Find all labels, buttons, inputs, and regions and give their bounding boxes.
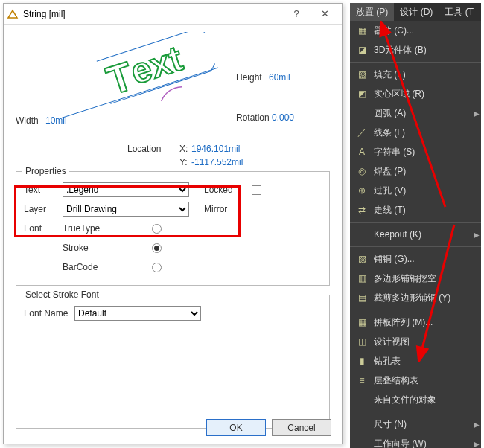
menu-item-label: 过孔 (V)	[374, 185, 481, 197]
rotation-label: Rotation	[236, 112, 270, 123]
font-truetype-label: TrueType	[63, 223, 152, 234]
chip-icon: ▦	[356, 25, 368, 36]
menu-item[interactable]: ◫设计视图	[350, 332, 481, 351]
menu-separator	[350, 246, 481, 247]
menu-item-label: 字符串 (S)	[374, 146, 481, 159]
layer-combo[interactable]: Drill Drawing	[63, 202, 189, 217]
stroke-font-group: Select Stroke Font Font Name Default	[16, 295, 330, 429]
region-icon: ◩	[356, 88, 368, 100]
menu-item[interactable]: ▦拼板阵列 (M)...	[350, 313, 481, 332]
svg-text:ext: ext	[126, 38, 187, 92]
menu-item[interactable]: ▦器件 (C)...	[350, 21, 481, 40]
menu-item-label: 工作向导 (W)	[374, 438, 468, 449]
width-label: Width	[16, 115, 39, 126]
menu-item-label: 来自文件的对象	[374, 394, 481, 406]
drill-icon: ▮	[356, 355, 368, 367]
submenu-arrow-icon: ▶	[474, 420, 481, 429]
titlebar[interactable]: String [mil] ? ✕	[4, 4, 342, 25]
blank-icon	[356, 418, 368, 430]
menu-item[interactable]: ◩实心区域 (R)	[350, 84, 481, 103]
menu-separator	[350, 412, 481, 412]
menu-item[interactable]: ◎焊盘 (P)	[350, 161, 481, 181]
via-icon: ⊕	[356, 185, 368, 196]
blank-icon	[356, 394, 368, 406]
location-y-value[interactable]: -1117.552mil	[191, 157, 243, 167]
menu-item[interactable]: 来自文件的对象	[350, 390, 481, 409]
help-button[interactable]: ?	[282, 5, 311, 23]
location-x-value[interactable]: 1946.101mil	[191, 144, 240, 154]
menu-item-label: 多边形铺铜挖空	[374, 272, 481, 285]
menu-item-label: 填充 (F)	[374, 68, 481, 81]
menu-tabs: 放置 (P)设计 (D)工具 (T	[350, 3, 481, 21]
line-icon: ／	[356, 127, 368, 138]
menu-item-label: 圆弧 (A)	[374, 107, 468, 120]
cancel-button[interactable]: Cancel	[272, 419, 331, 436]
poly-icon: ▥	[356, 272, 368, 284]
menu-item-label: 铺铜 (G)...	[374, 253, 481, 266]
font-stroke-label: Stroke	[63, 243, 152, 253]
locked-checkbox[interactable]	[252, 185, 261, 195]
menu-item-label: 线条 (L)	[374, 127, 481, 139]
menu-item[interactable]: ▥多边形铺铜挖空	[350, 269, 481, 288]
rotation-value[interactable]: 0.000	[272, 112, 294, 123]
menu-item[interactable]: 尺寸 (N)▶	[350, 415, 481, 434]
menu-separator	[350, 222, 481, 223]
mirror-label: Mirror	[204, 204, 252, 214]
menu-item[interactable]: ≡层叠结构表	[350, 371, 481, 390]
menu-item[interactable]: ⇄走线 (T)	[350, 200, 481, 220]
track-icon: ⇄	[356, 204, 368, 216]
menu-separator	[350, 62, 481, 63]
menu-item[interactable]: 工作向导 (W)▶	[350, 434, 481, 448]
fontname-combo[interactable]: Default	[74, 306, 201, 321]
menu-item-label: 实心区域 (R)	[374, 88, 481, 100]
menu-item[interactable]: A字符串 (S)	[350, 142, 481, 161]
height-label: Height	[236, 72, 262, 83]
properties-group: Properties Text .Legend Locked Layer Dri…	[16, 171, 330, 286]
menu-tab[interactable]: 放置 (P)	[350, 3, 394, 21]
font-barcode-radio[interactable]	[152, 263, 162, 272]
cut-icon: ▤	[356, 292, 368, 304]
cube-icon: ◪	[356, 44, 368, 56]
menu-item-label: 钻孔表	[374, 355, 481, 368]
menu-tab[interactable]: 工具 (T	[439, 3, 480, 21]
blank-icon	[356, 438, 368, 448]
blank-icon	[356, 107, 368, 119]
preview-area: T ext Width 10mil Height 60mil Rotation …	[16, 32, 330, 170]
menu-item[interactable]: ▨铺铜 (G)...	[350, 249, 481, 269]
close-button[interactable]: ✕	[311, 5, 339, 23]
preview-graphic: T ext	[16, 32, 328, 144]
menu-item[interactable]: ▮钻孔表	[350, 351, 481, 371]
locked-label: Locked	[204, 185, 252, 195]
menu-item[interactable]: ◪3D元件体 (B)	[350, 40, 481, 60]
width-value[interactable]: 10mil	[45, 115, 67, 126]
menu-item[interactable]: ⊕过孔 (V)	[350, 181, 481, 200]
submenu-arrow-icon: ▶	[474, 109, 481, 118]
menu-item[interactable]: ／线条 (L)	[350, 123, 481, 142]
menu-tab[interactable]: 设计 (D)	[394, 3, 439, 21]
height-value[interactable]: 60mil	[269, 72, 290, 83]
font-label: Font	[24, 223, 63, 234]
text-label: Text	[24, 185, 63, 195]
menu-item-label: 3D元件体 (B)	[374, 44, 481, 57]
font-stroke-radio[interactable]	[152, 243, 162, 253]
location-label: Location	[127, 144, 161, 154]
text-combo[interactable]: .Legend	[63, 182, 189, 197]
menu-item[interactable]: ▧填充 (F)	[350, 65, 481, 84]
menu-item[interactable]: Keepout (K)▶	[350, 225, 481, 244]
submenu-arrow-icon: ▶	[474, 231, 481, 239]
fontname-label: Font Name	[24, 308, 74, 319]
menu-item[interactable]: 圆弧 (A)▶	[350, 103, 481, 123]
submenu-arrow-icon: ▶	[474, 440, 481, 448]
font-truetype-radio[interactable]	[152, 224, 162, 234]
ok-button[interactable]: OK	[206, 419, 266, 436]
menu-item[interactable]: ▤裁剪多边形铺铜 (Y)	[350, 288, 481, 307]
mirror-checkbox[interactable]	[252, 205, 261, 214]
menu-item-label: 尺寸 (N)	[374, 418, 468, 431]
menu-item-label: 器件 (C)...	[374, 25, 481, 37]
properties-title: Properties	[22, 166, 69, 176]
fill-icon: ▧	[356, 68, 368, 80]
menu-item-label: Keepout (K)	[374, 229, 468, 240]
menu-separator	[350, 310, 481, 310]
menu-item-label: 走线 (T)	[374, 204, 481, 217]
blank-icon	[356, 228, 368, 240]
